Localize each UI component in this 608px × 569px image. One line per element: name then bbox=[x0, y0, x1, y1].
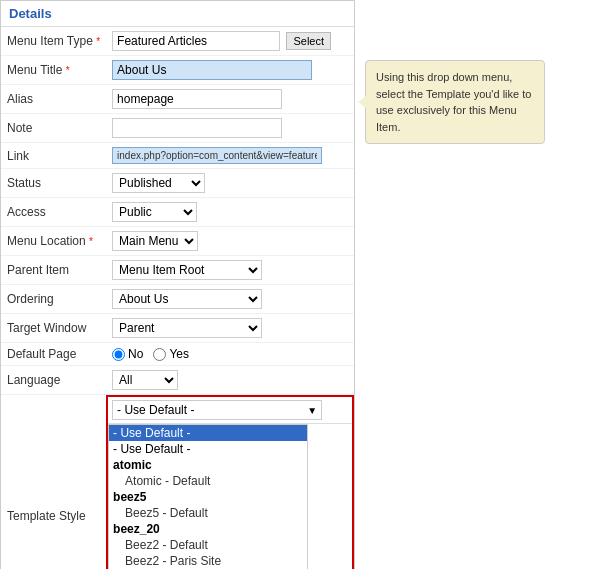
parent-item-label: Parent Item bbox=[1, 256, 106, 285]
default-page-yes[interactable]: Yes bbox=[153, 347, 189, 361]
list-item[interactable]: beez_20 bbox=[109, 521, 307, 537]
default-page-group: No Yes bbox=[112, 347, 348, 361]
yes-label: Yes bbox=[169, 347, 189, 361]
list-item[interactable]: atomic bbox=[109, 457, 307, 473]
menu-location-label: Menu Location * bbox=[1, 227, 106, 256]
target-window-select[interactable]: Parent New Window bbox=[112, 318, 262, 338]
template-style-label: Template Style bbox=[1, 395, 106, 570]
target-window-label: Target Window bbox=[1, 314, 106, 343]
alias-input[interactable] bbox=[112, 89, 282, 109]
list-item[interactable]: - Use Default - bbox=[109, 425, 307, 441]
list-item[interactable]: Atomic - Default bbox=[109, 473, 307, 489]
menu-title-label: Menu Title * bbox=[1, 56, 106, 85]
status-label: Status bbox=[1, 169, 106, 198]
menu-item-type-input[interactable] bbox=[112, 31, 280, 51]
default-page-yes-radio[interactable] bbox=[153, 348, 166, 361]
list-item[interactable]: Beez5 - Default bbox=[109, 505, 307, 521]
tooltip-box: Using this drop down menu, select the Te… bbox=[365, 60, 545, 144]
alias-label: Alias bbox=[1, 85, 106, 114]
right-panel: Using this drop down menu, select the Te… bbox=[355, 0, 608, 569]
tooltip-arrow-icon bbox=[358, 96, 366, 108]
no-label: No bbox=[128, 347, 143, 361]
ordering-label: Ordering bbox=[1, 285, 106, 314]
list-item[interactable]: Beez2 - Default bbox=[109, 537, 307, 553]
access-select[interactable]: Public Registered Special bbox=[112, 202, 197, 222]
template-style-list: - Use Default - - Use Default - atomic A… bbox=[108, 424, 308, 569]
status-select[interactable]: Published Unpublished Trashed bbox=[112, 173, 205, 193]
ordering-select[interactable]: About Us bbox=[112, 289, 262, 309]
default-page-label: Default Page bbox=[1, 343, 106, 366]
language-label: Language bbox=[1, 366, 106, 395]
list-item[interactable]: Beez2 - Paris Site bbox=[109, 553, 307, 569]
template-style-value: - Use Default - bbox=[117, 403, 194, 417]
default-page-no[interactable]: No bbox=[112, 347, 143, 361]
parent-item-select[interactable]: Menu Item Root bbox=[112, 260, 262, 280]
menu-title-input[interactable] bbox=[112, 60, 312, 80]
required-indicator: * bbox=[96, 36, 100, 47]
menu-location-select[interactable]: Main Menu Top Menu bbox=[112, 231, 198, 251]
default-page-no-radio[interactable] bbox=[112, 348, 125, 361]
menu-item-type-label: Menu Item Type * bbox=[1, 27, 106, 56]
tooltip-text: Using this drop down menu, select the Te… bbox=[376, 71, 531, 133]
required-indicator: * bbox=[66, 65, 70, 76]
note-input[interactable] bbox=[112, 118, 282, 138]
template-style-dropdown[interactable]: - Use Default - ▼ bbox=[112, 400, 322, 420]
section-title: Details bbox=[1, 1, 354, 27]
list-item[interactable]: - Use Default - bbox=[109, 441, 307, 457]
note-label: Note bbox=[1, 114, 106, 143]
access-label: Access bbox=[1, 198, 106, 227]
language-select[interactable]: All English bbox=[112, 370, 178, 390]
select-button[interactable]: Select bbox=[286, 32, 331, 50]
dropdown-arrow-icon: ▼ bbox=[307, 405, 317, 416]
link-input bbox=[112, 147, 322, 164]
list-item[interactable]: beez5 bbox=[109, 489, 307, 505]
link-label: Link bbox=[1, 143, 106, 169]
